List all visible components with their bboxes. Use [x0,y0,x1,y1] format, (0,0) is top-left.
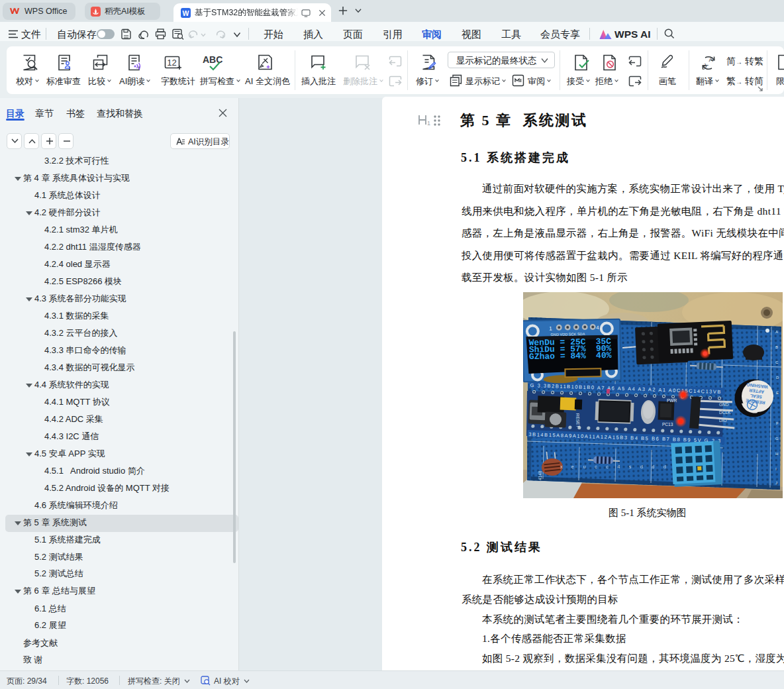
svg-text:A: A [775,330,778,334]
svg-text:H: H [775,452,778,456]
svg-text:DIO: DIO [719,418,727,423]
svg-text:A: A [709,56,714,63]
svg-text:B: B [775,345,778,349]
svg-text:4: 4 [596,325,599,331]
svg-text:F: F [776,421,779,425]
svg-text:1: 1 [427,120,430,127]
svg-text:12: 12 [167,58,176,68]
svg-text:4148: 4148 [538,470,542,480]
svg-text:E: E [776,391,779,395]
svg-text:40%: 40% [596,350,612,360]
svg-text:GND: GND [719,402,729,407]
svg-text:J: J [775,481,777,485]
svg-text:D: D [776,376,779,380]
svg-text:1: 1 [549,325,552,331]
svg-text:PWR: PWR [667,398,677,403]
svg-text:DCLK: DCLK [719,410,731,415]
svg-text:文: 文 [703,63,709,70]
svg-text:RESET: RESET [575,413,581,428]
svg-text:W: W [183,9,189,17]
svg-text:PC13: PC13 [662,422,673,427]
svg-text:GZhao = 84%: GZhao = 84% [529,351,586,362]
svg-text:G: G [775,437,779,441]
svg-text:C: C [775,360,779,364]
